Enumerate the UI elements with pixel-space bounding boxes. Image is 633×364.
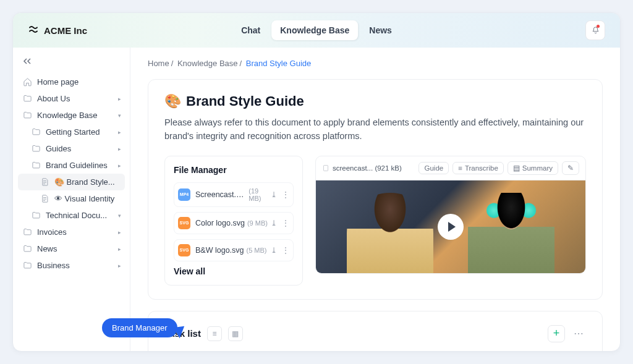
task-list-card: Task list ≡ ▦ + ⋯ Create a project timel… <box>148 311 603 352</box>
sidebar-item[interactable]: Technical Docu...▾ <box>18 207 125 224</box>
person-illustration <box>347 193 433 273</box>
sidebar-item[interactable]: 👁 Visual Identity <box>18 190 125 207</box>
brand-name: ACME Inc <box>44 25 87 36</box>
app-header: ACME Inc Chat Knowledge Base News <box>13 13 620 48</box>
crumb-knowledge-base[interactable]: Knowledge Base <box>177 59 238 68</box>
svg-rect-0 <box>324 165 328 171</box>
file-row[interactable]: MP4Screencast.mp4(19 MB)⤓⋮ <box>174 182 294 207</box>
video-guide-button[interactable]: Guide <box>418 162 449 174</box>
main-content: Home/ Knowledge Base/ Brand Style Guide … <box>130 48 620 352</box>
sidebar-item[interactable]: Getting Started▸ <box>18 124 125 140</box>
sidebar-item[interactable]: Home page <box>18 74 125 90</box>
collapse-sidebar-button[interactable] <box>18 56 125 74</box>
file-row[interactable]: SVGB&W logo.svg(5 MB)⤓⋮ <box>174 239 294 261</box>
role-tooltip: Brand Manager <box>102 318 177 337</box>
video-transcribe-button[interactable]: ≡Transcribe <box>452 162 504 174</box>
breadcrumb: Home/ Knowledge Base/ Brand Style Guide <box>148 59 603 68</box>
file-row[interactable]: SVGColor logo.svg(9 MB)⤓⋮ <box>174 212 294 234</box>
chevron-icon: ▸ <box>118 146 121 152</box>
page-title-text: Brand Style Guide <box>186 93 304 109</box>
file-manager: File Manager MP4Screencast.mp4(19 MB)⤓⋮S… <box>164 156 303 286</box>
download-icon[interactable]: ⤓ <box>271 219 277 227</box>
file-more-icon[interactable]: ⋮ <box>282 190 289 199</box>
file-icon <box>322 164 329 172</box>
file-more-icon[interactable]: ⋮ <box>282 246 289 255</box>
download-icon[interactable]: ⤓ <box>271 190 277 199</box>
sidebar-item-label: Guides <box>46 144 71 153</box>
task-more-button[interactable]: ⋯ <box>571 328 586 339</box>
download-icon[interactable]: ⤓ <box>271 246 277 255</box>
sidebar-item-label: Getting Started <box>46 127 100 137</box>
sidebar-item-label: Technical Docu... <box>46 211 107 220</box>
video-panel: screencast... (921 kB) Guide ≡Transcribe… <box>315 156 586 274</box>
nav-news[interactable]: News <box>360 20 401 40</box>
sidebar-item[interactable]: Knowledge Base▾ <box>18 107 125 124</box>
sidebar: Home pageAbout Us▸Knowledge Base▾Getting… <box>13 48 130 352</box>
page-title-icon: 🎨 <box>164 93 181 109</box>
play-button[interactable] <box>438 214 464 240</box>
sidebar-item-label: News <box>37 244 57 253</box>
sidebar-item-label: Brand Guidelines <box>46 161 108 170</box>
file-size: (5 MB) <box>247 247 267 254</box>
task-item[interactable]: Create a project timeline for each campa… <box>164 351 586 352</box>
file-size: (9 MB) <box>247 219 268 227</box>
sidebar-item-label: Knowledge Base <box>37 111 98 120</box>
file-name: Color logo.svg <box>195 219 245 227</box>
file-size: (19 MB) <box>249 187 271 202</box>
chevron-icon: ▾ <box>118 213 121 219</box>
person-illustration <box>468 193 554 273</box>
main-nav: Chat Knowledge Base News <box>232 20 401 40</box>
sidebar-item[interactable]: Business▸ <box>18 257 125 274</box>
sidebar-item[interactable]: Guides▸ <box>18 140 125 157</box>
chevron-icon: ▸ <box>118 96 121 102</box>
article-card: 🎨 Brand Style Guide Please always refer … <box>148 79 603 300</box>
view-all-files[interactable]: View all <box>174 266 294 276</box>
crumb-home[interactable]: Home <box>148 59 169 68</box>
video-filename: screencast... (921 kB) <box>322 164 402 172</box>
nav-chat[interactable]: Chat <box>232 20 269 40</box>
filetype-icon: SVG <box>178 244 190 256</box>
brand-logo[interactable]: ACME Inc <box>28 25 87 36</box>
sidebar-item[interactable]: Brand Guidelines▸ <box>18 157 125 174</box>
sidebar-item[interactable]: About Us▸ <box>18 90 125 107</box>
logo-icon <box>28 25 39 36</box>
sidebar-item[interactable]: 🎨 Brand Style... <box>18 174 125 190</box>
file-name: Screencast.mp4 <box>195 190 246 199</box>
file-manager-title: File Manager <box>174 165 294 175</box>
chevron-icon: ▸ <box>118 129 121 135</box>
sidebar-item-label: Home page <box>37 77 79 87</box>
chevron-icon: ▸ <box>118 263 121 269</box>
bell-icon <box>591 26 600 35</box>
add-task-button[interactable]: + <box>548 325 565 342</box>
nav-knowledge-base[interactable]: Knowledge Base <box>271 20 358 40</box>
chevron-icon: ▸ <box>118 163 121 169</box>
sidebar-item[interactable]: News▸ <box>18 240 125 257</box>
crumb-current: Brand Style Guide <box>246 59 312 68</box>
task-view-list[interactable]: ≡ <box>207 326 222 341</box>
video-summary-button[interactable]: ▤Summary <box>508 161 558 175</box>
sidebar-item[interactable]: Invoices▸ <box>18 224 125 240</box>
filetype-icon: MP4 <box>178 188 190 201</box>
page-title: 🎨 Brand Style Guide <box>164 93 586 109</box>
sidebar-item-label: About Us <box>37 94 70 103</box>
sidebar-item-label: 🎨 Brand Style... <box>54 177 115 187</box>
page-description: Please always refer to this document to … <box>164 116 586 143</box>
sidebar-item-label: Business <box>37 261 70 270</box>
chevron-icon: ▸ <box>118 229 121 235</box>
sidebar-item-label: 👁 Visual Identity <box>54 194 114 203</box>
chevron-icon: ▸ <box>118 246 121 252</box>
chevron-icon: ▾ <box>118 112 121 119</box>
task-view-calendar[interactable]: ▦ <box>228 326 243 341</box>
sidebar-item-label: Invoices <box>37 227 67 237</box>
file-name: B&W logo.svg <box>195 246 244 255</box>
notifications-button[interactable] <box>585 20 605 40</box>
file-more-icon[interactable]: ⋮ <box>282 219 289 227</box>
video-edit-button[interactable]: ✎ <box>562 161 579 175</box>
video-thumbnail[interactable] <box>316 180 585 273</box>
filetype-icon: SVG <box>178 217 190 229</box>
